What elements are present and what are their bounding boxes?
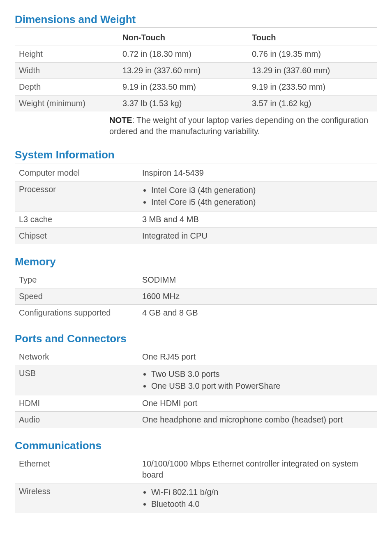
list-item: Intel Core i5 (4th generation): [151, 197, 373, 208]
row-label: Configurations supported: [15, 305, 138, 321]
system-table: Computer model Inspiron 14-5439 Processo…: [15, 165, 377, 244]
list-item: One USB 3.0 port with PowerShare: [151, 381, 373, 392]
row-value: 13.29 in (337.60 mm): [118, 63, 248, 79]
row-value: Inspiron 14-5439: [138, 165, 377, 181]
table-row: Chipset Integrated in CPU: [15, 228, 377, 244]
table-row: Weight (minimum) 3.37 lb (1.53 kg) 3.57 …: [15, 95, 377, 112]
table-row: Speed 1600 MHz: [15, 288, 377, 305]
section-title-ports: Ports and Connectors: [15, 332, 377, 347]
table-row: Width 13.29 in (337.60 mm) 13.29 in (337…: [15, 63, 377, 79]
table-row: Depth 9.19 in (233.50 mm) 9.19 in (233.5…: [15, 79, 377, 95]
row-label: Width: [15, 63, 118, 79]
table-row: L3 cache 3 MB and 4 MB: [15, 211, 377, 228]
dimensions-note: NOTE: The weight of your laptop varies d…: [15, 111, 377, 137]
row-label: Type: [15, 272, 138, 288]
row-label: Weight (minimum): [15, 95, 118, 112]
row-label: Processor: [15, 181, 138, 211]
list-item: Bluetooth 4.0: [151, 499, 373, 510]
row-value: 1600 MHz: [138, 288, 377, 305]
row-value: 9.19 in (233.50 mm): [248, 79, 377, 95]
row-label: Depth: [15, 79, 118, 95]
row-value: One HDMI port: [138, 395, 377, 412]
row-label: HDMI: [15, 395, 138, 412]
note-text: : The weight of your laptop varies depen…: [109, 116, 368, 136]
table-row: Computer model Inspiron 14-5439: [15, 165, 377, 181]
row-value: 13.29 in (337.60 mm): [248, 63, 377, 79]
row-value: One headphone and microphone combo (head…: [138, 412, 377, 428]
table-row: Network One RJ45 port: [15, 349, 377, 365]
row-label: Wireless: [15, 483, 138, 513]
row-value: 3.57 in (1.62 kg): [248, 95, 377, 112]
memory-table: Type SODIMM Speed 1600 MHz Configuration…: [15, 272, 377, 321]
dimensions-table: Non-Touch Touch Height 0.72 in (18.30 mm…: [15, 30, 377, 111]
row-label: L3 cache: [15, 211, 138, 228]
row-label: Network: [15, 349, 138, 365]
row-label: Ethernet: [15, 456, 138, 483]
dimensions-header-nontouch: Non-Touch: [118, 30, 248, 46]
row-value: Intel Core i3 (4th generation) Intel Cor…: [138, 181, 377, 211]
row-value: 9.19 in (233.50 mm): [118, 79, 248, 95]
section-title-memory: Memory: [15, 255, 377, 270]
dimensions-header-touch: Touch: [248, 30, 377, 46]
table-row: Configurations supported 4 GB and 8 GB: [15, 305, 377, 321]
row-label: Computer model: [15, 165, 138, 181]
row-value: Wi-Fi 802.11 b/g/n Bluetooth 4.0: [138, 483, 377, 513]
table-row: USB Two USB 3.0 ports One USB 3.0 port w…: [15, 365, 377, 395]
table-row: Height 0.72 in (18.30 mm) 0.76 in (19.35…: [15, 46, 377, 63]
row-value: 0.76 in (19.35 mm): [248, 46, 377, 63]
row-value: One RJ45 port: [138, 349, 377, 365]
row-label: Height: [15, 46, 118, 63]
row-label: Speed: [15, 288, 138, 305]
row-label: USB: [15, 365, 138, 395]
table-row: Audio One headphone and microphone combo…: [15, 412, 377, 428]
note-label: NOTE: [109, 116, 132, 125]
row-value: 0.72 in (18.30 mm): [118, 46, 248, 63]
row-value: 4 GB and 8 GB: [138, 305, 377, 321]
table-row: HDMI One HDMI port: [15, 395, 377, 412]
list-item: Two USB 3.0 ports: [151, 369, 373, 380]
row-label: Audio: [15, 412, 138, 428]
table-row: Wireless Wi-Fi 802.11 b/g/n Bluetooth 4.…: [15, 483, 377, 513]
row-value: SODIMM: [138, 272, 377, 288]
row-value: Two USB 3.0 ports One USB 3.0 port with …: [138, 365, 377, 395]
row-value: Integrated in CPU: [138, 228, 377, 244]
row-value: 3.37 lb (1.53 kg): [118, 95, 248, 112]
section-title-communications: Communications: [15, 439, 377, 454]
table-row: Processor Intel Core i3 (4th generation)…: [15, 181, 377, 211]
ports-table: Network One RJ45 port USB Two USB 3.0 po…: [15, 349, 377, 428]
section-title-dimensions: Dimensions and Weight: [15, 12, 377, 28]
list-item: Intel Core i3 (4th generation): [151, 185, 373, 196]
row-label: Chipset: [15, 228, 138, 244]
row-value: 3 MB and 4 MB: [138, 211, 377, 228]
list-item: Wi-Fi 802.11 b/g/n: [151, 487, 373, 498]
section-title-system: System Information: [15, 148, 377, 163]
communications-table: Ethernet 10/100/1000 Mbps Ethernet contr…: [15, 456, 377, 513]
table-row: Ethernet 10/100/1000 Mbps Ethernet contr…: [15, 456, 377, 483]
row-value: 10/100/1000 Mbps Ethernet controller int…: [138, 456, 377, 483]
table-row: Type SODIMM: [15, 272, 377, 288]
